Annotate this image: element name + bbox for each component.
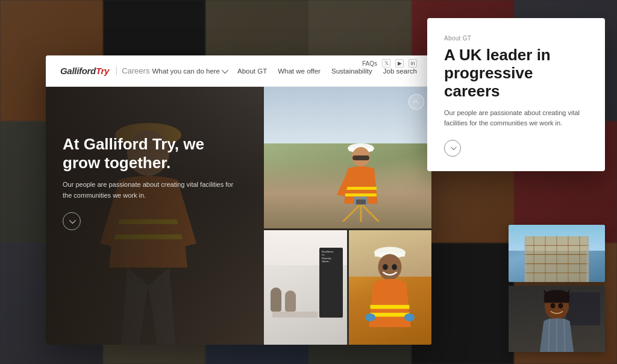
scroll-up-button[interactable] [409,94,424,110]
linkedin-icon[interactable]: in [409,59,417,67]
hero-section: At Galliford Try, we grow together. Our … [46,87,431,345]
careers-label: Careers [116,66,149,75]
logo: GallifordTry [60,66,109,76]
scroll-down-button[interactable] [63,212,81,230]
svg-point-19 [383,264,388,270]
photo-hivisworker [349,230,432,345]
svg-rect-35 [586,236,589,282]
bottom-right-images [509,225,605,352]
nav-about-gt[interactable]: About GT [237,67,267,75]
svg-rect-9 [345,187,377,190]
surveyor-figure [331,137,391,222]
nav-what-you-can-do[interactable]: What you can do here [152,67,227,75]
person-portrait-image [509,286,605,352]
faqs-link[interactable]: FAQs [362,60,377,67]
navbar-top-links: FAQs 𝕏 ▶ in [362,59,417,67]
svg-rect-36 [525,236,527,282]
photo-grid: ExcellenceonDiversityOpera... [264,87,431,345]
chevron-up-icon [413,99,419,105]
navbar: FAQs 𝕏 ▶ in GallifordTry Careers What yo… [46,55,431,87]
hero-title: At Galliford Try, we grow together. [63,135,237,172]
logo-part1: Galliford [60,66,96,76]
navbar-links: What you can do here About GT What we of… [152,67,417,75]
svg-point-20 [392,264,397,270]
portrait-figure [523,289,590,353]
svg-point-18 [378,254,402,280]
svg-point-23 [365,313,375,321]
svg-rect-21 [371,305,410,309]
about-eyebrow: About GT [444,35,588,42]
navbar-brand: GallifordTry Careers [60,66,149,76]
hero-content: At Galliford Try, we grow together. Our … [63,135,237,230]
svg-point-39 [558,303,563,308]
nav-what-we-offer[interactable]: What we offer [278,67,321,75]
nav-label-0: What you can do here [152,67,220,75]
logo-part2: Try [96,66,109,76]
building-image [509,225,605,282]
svg-rect-15 [356,199,366,204]
svg-rect-10 [345,193,377,196]
about-body: Our people are passionate about creating… [444,108,588,129]
twitter-icon[interactable]: 𝕏 [382,59,390,67]
about-title: A UK leader in progressive careers [444,46,588,101]
about-panel: About GT A UK leader in progressive care… [427,18,605,171]
youtube-icon[interactable]: ▶ [395,59,404,67]
chevron-icon [222,66,228,73]
svg-point-38 [551,303,556,308]
about-scroll-button[interactable] [444,140,461,157]
hero-subtitle: Our people are passionate about creating… [63,180,237,201]
nav-sustainability[interactable]: Sustainability [331,67,372,75]
main-card: FAQs 𝕏 ▶ in GallifordTry Careers What yo… [46,55,431,345]
hi-vis-scene [349,230,432,345]
nav-job-search[interactable]: Job search [383,67,417,75]
meeting-room-scene: ExcellenceonDiversityOpera... [264,230,347,345]
about-chevron-down-icon [450,144,456,150]
hivisworker-figure [357,242,423,345]
building-structure [513,236,600,282]
svg-rect-8 [352,155,369,160]
svg-line-13 [361,204,379,222]
svg-point-24 [404,313,415,321]
svg-line-11 [343,204,361,222]
chevron-down-icon [69,216,76,223]
photo-surveyor [264,87,431,228]
photo-meeting: ExcellenceonDiversityOpera... [264,230,347,345]
photo-bottom-row: ExcellenceonDiversityOpera... [264,230,431,345]
svg-rect-22 [371,313,410,316]
